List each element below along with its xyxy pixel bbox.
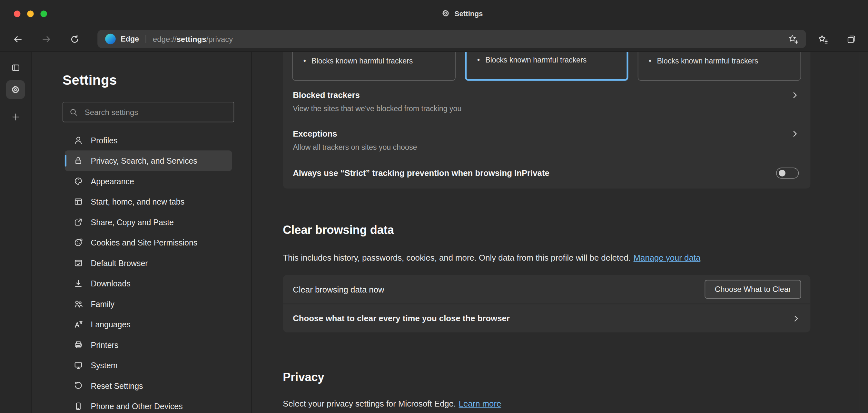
sidebar-item-reset-settings[interactable]: Reset Settings <box>65 376 232 396</box>
strict-inprivate-label: Always use “Strict” tracking prevention … <box>293 168 550 178</box>
sidebar-item-family[interactable]: Family <box>65 294 232 314</box>
sidebar-item-label: Family <box>91 300 115 308</box>
left-rail <box>0 52 32 413</box>
lock-icon <box>73 156 83 165</box>
add-rail-button[interactable] <box>6 107 25 126</box>
window-controls <box>14 11 47 18</box>
zoom-button[interactable] <box>40 11 47 18</box>
settings-rail-button[interactable] <box>6 80 25 99</box>
clear-browsing-data-group: Clear browsing data now Choose What to C… <box>283 275 810 333</box>
browser-check-icon <box>73 259 83 268</box>
sidebar-item-label: Start, home, and new tabs <box>91 197 185 206</box>
scrollbar[interactable] <box>860 52 868 413</box>
add-favorite-button[interactable] <box>788 34 798 44</box>
sidebar-title: Settings <box>63 72 117 88</box>
window-title-text: Settings <box>454 9 483 18</box>
clear-browsing-data-heading: Clear browsing data <box>283 223 394 237</box>
collections-button[interactable] <box>845 33 858 46</box>
sidebar-item-share-copy-paste[interactable]: Share, Copy and Paste <box>65 212 232 233</box>
chevron-right-icon <box>790 130 799 138</box>
download-icon <box>73 279 83 288</box>
card-bullet: Blocks known harmful trackers <box>649 57 758 65</box>
row-title: Blocked trackers <box>293 90 810 100</box>
sidebar-panel-button[interactable] <box>6 58 25 77</box>
toggle-knob <box>779 170 786 176</box>
row-subtitle: Allow all trackers on sites you choose <box>293 143 810 152</box>
sidebar-item-label: Languages <box>91 320 131 329</box>
choose-what-to-clear-button[interactable]: Choose What to Clear <box>705 280 801 299</box>
address-bar[interactable]: Edge edge://settings/privacy <box>97 30 806 48</box>
layout-icon <box>73 197 83 206</box>
privacy-heading: Privacy <box>283 371 324 384</box>
refresh-button[interactable] <box>68 33 81 46</box>
sidebar-item-default-browser[interactable]: Default Browser <box>65 253 232 274</box>
edge-settings-window: Settings Edge edge://settings/privacy <box>0 0 868 413</box>
settings-gear-icon <box>441 9 450 18</box>
exceptions-row[interactable]: Exceptions Allow all trackers on sites y… <box>293 129 810 152</box>
sidebar-item-label: Share, Copy and Paste <box>91 218 174 227</box>
translate-icon <box>73 319 83 329</box>
sidebar-nav: Profiles Privacy, Search, and Services A… <box>65 130 232 413</box>
sidebar-item-label: Cookies and Site Permissions <box>91 238 198 247</box>
row-label: Clear browsing data now <box>293 284 384 294</box>
edge-logo-icon <box>105 34 116 44</box>
clear-browsing-data-now-row: Clear browsing data now Choose What to C… <box>283 275 810 304</box>
close-button[interactable] <box>14 11 21 18</box>
browser-name: Edge <box>121 35 139 43</box>
sidebar-item-label: Privacy, Search, and Services <box>91 156 197 165</box>
sidebar-item-start-home-new-tabs[interactable]: Start, home, and new tabs <box>65 192 232 212</box>
sidebar-item-phone-other-devices[interactable]: Phone and Other Devices <box>65 396 232 413</box>
sidebar-item-profiles[interactable]: Profiles <box>65 130 232 150</box>
share-icon <box>73 217 83 227</box>
sidebar-item-privacy-search-services[interactable]: Privacy, Search, and Services <box>65 150 232 171</box>
minimize-button[interactable] <box>27 11 34 18</box>
sidebar-item-label: System <box>91 361 118 370</box>
chevron-right-icon <box>792 314 800 323</box>
row-label: Choose what to clear every time you clos… <box>293 313 510 323</box>
monitor-icon <box>73 360 83 370</box>
settings-sidebar: Settings Profiles Privacy, Search, and S… <box>32 52 252 413</box>
person-icon <box>73 136 83 145</box>
card-bullet: Blocks known harmful trackers <box>303 57 413 65</box>
search-box[interactable] <box>63 102 234 123</box>
clear-on-close-row[interactable]: Choose what to clear every time you clos… <box>283 304 810 333</box>
sidebar-item-label: Appearance <box>91 177 134 185</box>
learn-more-link[interactable]: Learn more <box>459 399 501 408</box>
reset-icon <box>73 381 83 390</box>
url-text: edge://settings/privacy <box>153 34 233 43</box>
phone-icon <box>73 402 83 411</box>
people-icon <box>73 299 83 309</box>
search-icon <box>69 108 78 116</box>
sidebar-item-cookies-site-permissions[interactable]: Cookies and Site Permissions <box>65 232 232 253</box>
tracking-prevention-card-basic[interactable]: Blocks known harmful trackers <box>292 52 455 80</box>
sidebar-item-label: Default Browser <box>91 259 148 267</box>
printer-icon <box>73 340 83 349</box>
palette-icon <box>73 176 83 186</box>
sidebar-item-label: Printers <box>91 341 119 349</box>
privacy-description: Select your privacy settings for Microso… <box>283 399 501 409</box>
search-input[interactable] <box>84 107 227 117</box>
favorites-button[interactable] <box>816 33 830 46</box>
titlebar: Settings <box>0 0 868 26</box>
description-text: This includes history, passwords, cookie… <box>283 253 631 262</box>
settings-content: Blocks known harmful trackers Blocks kno… <box>252 52 860 413</box>
blocked-trackers-row[interactable]: Blocked trackers View the sites that we'… <box>293 90 810 113</box>
sidebar-item-printers[interactable]: Printers <box>65 335 232 355</box>
row-title: Exceptions <box>293 129 810 139</box>
card-bullet: Blocks known harmful trackers <box>477 56 587 64</box>
sidebar-item-label: Profiles <box>91 136 118 144</box>
forward-button[interactable] <box>40 33 53 46</box>
chevron-right-icon <box>790 91 799 100</box>
strict-inprivate-toggle[interactable] <box>776 168 799 178</box>
back-button[interactable] <box>11 33 24 46</box>
sidebar-item-languages[interactable]: Languages <box>65 314 232 335</box>
manage-your-data-link[interactable]: Manage your data <box>633 253 701 262</box>
tracking-prevention-card-strict[interactable]: Blocks known harmful trackers <box>638 52 801 80</box>
window-title: Settings <box>441 0 483 26</box>
tracking-prevention-card-balanced[interactable]: Blocks known harmful trackers <box>465 52 628 80</box>
sidebar-item-appearance[interactable]: Appearance <box>65 171 232 192</box>
sidebar-item-system[interactable]: System <box>65 355 232 376</box>
sidebar-item-downloads[interactable]: Downloads <box>65 273 232 294</box>
address-separator <box>146 35 146 43</box>
cookie-icon <box>73 238 83 247</box>
